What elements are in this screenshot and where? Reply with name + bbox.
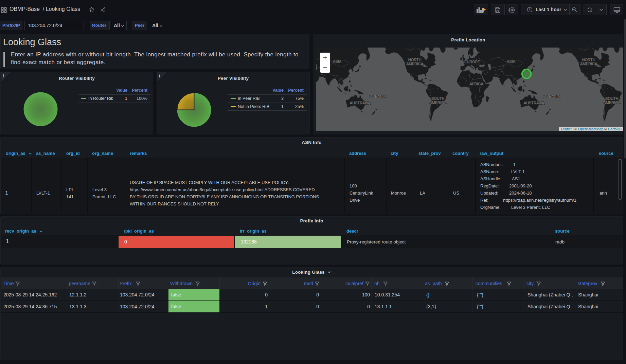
svg-text:ASIA: ASIA [507,59,516,63]
svg-text:NORTH: NORTH [582,58,595,62]
svg-text:ASIA: ASIA [333,59,342,63]
svg-text:NORTH: NORTH [408,58,422,62]
svg-text:AMERICA: AMERICA [603,101,621,105]
svg-text:SOUTH: SOUTH [431,96,445,101]
svg-text:AMERICA: AMERICA [580,62,597,66]
svg-text:OCEANIA: OCEANIA [543,94,560,98]
svg-text:AUSTRALIA: AUSTRALIA [524,101,545,105]
svg-text:AFRICA: AFRICA [469,82,483,86]
svg-text:EUROPE: EUROPE [464,60,480,64]
svg-text:AMERICA: AMERICA [406,62,424,66]
svg-text:SOUTH: SOUTH [605,96,619,101]
svg-text:AMERICA: AMERICA [429,101,447,105]
svg-text:AUSTRALIA: AUSTRALIA [350,101,371,105]
svg-text:OCEANIA: OCEANIA [369,94,386,98]
